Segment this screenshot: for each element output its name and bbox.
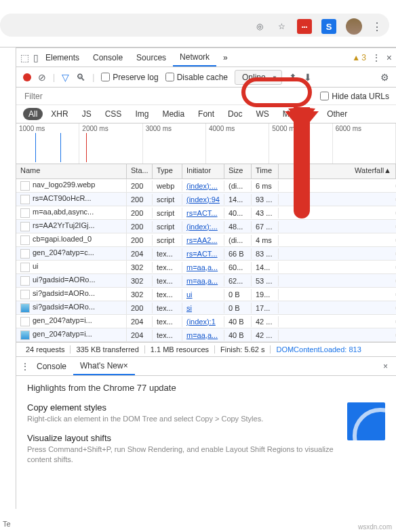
chip-media[interactable]: Media bbox=[157, 108, 190, 120]
col-type[interactable]: Type bbox=[153, 164, 182, 178]
drawer-tab-console[interactable]: Console bbox=[30, 357, 73, 375]
tab-elements[interactable]: Elements bbox=[39, 48, 86, 66]
file-icon bbox=[20, 235, 30, 245]
clear-icon[interactable]: ⊘ bbox=[38, 72, 46, 83]
file-icon bbox=[20, 330, 30, 340]
chip-img[interactable]: Img bbox=[130, 108, 154, 120]
table-row[interactable]: rs=ACT90oHcR...200script(index):9414...9… bbox=[16, 193, 396, 206]
whatsnew-title: Highlights from the Chrome 77 update bbox=[27, 383, 385, 393]
close-icon[interactable]: × bbox=[387, 52, 392, 63]
table-row[interactable]: rs=AA2YrTuj2IGj...200script(index):...48… bbox=[16, 220, 396, 233]
chip-all[interactable]: All bbox=[23, 108, 43, 120]
tab-more[interactable]: » bbox=[216, 48, 235, 66]
cell-initiator[interactable]: (index):... bbox=[182, 180, 224, 191]
search-icon[interactable]: 🔍︎ bbox=[76, 72, 85, 83]
throttling-select[interactable]: Online bbox=[235, 70, 282, 85]
drawer-close-icon[interactable]: × bbox=[379, 362, 392, 371]
file-icon bbox=[20, 222, 30, 231]
warnings-badge[interactable]: ▲ 3 bbox=[352, 53, 366, 62]
whatsnew-paragraph: Press Command+Shift+P, run Show Renderin… bbox=[27, 444, 334, 464]
tab-console[interactable]: Console bbox=[86, 48, 130, 66]
filter-input[interactable] bbox=[23, 90, 320, 102]
drawer-tab-whatsnew[interactable]: What's New × bbox=[73, 357, 135, 375]
table-row[interactable]: m=aa,abd,async...200scriptrs=ACT...40...… bbox=[16, 206, 396, 220]
cell-type: tex... bbox=[153, 262, 182, 273]
table-row[interactable]: gen_204?atyp=c...204tex...rs=ACT...66 B8… bbox=[16, 247, 396, 261]
chip-doc[interactable]: Doc bbox=[222, 108, 248, 120]
chip-js[interactable]: JS bbox=[77, 108, 97, 120]
chip-manifest[interactable]: Manifest bbox=[277, 108, 319, 120]
table-row[interactable]: cb=gapi.loaded_0200scriptrs=AA2...(di...… bbox=[16, 233, 396, 247]
table-row[interactable]: si?gadsid=AORo...200tex...si0 B17... bbox=[16, 301, 396, 315]
download-icon[interactable]: ⬇ bbox=[304, 72, 312, 83]
cell-initiator[interactable]: (index):... bbox=[182, 221, 224, 232]
cell-waterfall bbox=[279, 307, 396, 309]
device-icon[interactable]: ▯ bbox=[33, 52, 39, 63]
cell-initiator[interactable]: rs=ACT... bbox=[182, 208, 224, 218]
chip-font[interactable]: Font bbox=[193, 108, 220, 120]
col-waterfall[interactable]: Waterfall ▲ bbox=[279, 164, 396, 178]
cell-name: m=aa,abd,async... bbox=[16, 206, 127, 218]
chip-ws[interactable]: WS bbox=[250, 108, 274, 120]
tab-network[interactable]: Network bbox=[173, 48, 216, 66]
cell-name: si?gadsid=AORo... bbox=[16, 301, 127, 314]
network-table-body: nav_logo299.webp200webp(index):...(di...… bbox=[16, 179, 396, 342]
gear-icon[interactable]: ⚙ bbox=[380, 72, 389, 83]
file-icon bbox=[20, 181, 30, 191]
cell-name: rs=AA2YrTuj2IGj... bbox=[16, 220, 127, 232]
col-time[interactable]: Time bbox=[252, 164, 279, 178]
cell-initiator[interactable]: m=aa,a... bbox=[182, 276, 224, 286]
cell-initiator[interactable]: rs=ACT... bbox=[182, 248, 224, 259]
extension-lastpass-icon[interactable]: ••• bbox=[297, 19, 312, 34]
table-row[interactable]: ui?gadsid=AORo...302tex...m=aa,a...62...… bbox=[16, 274, 396, 288]
table-row[interactable]: si?gadsid=AORo...302tex...ui0 B19... bbox=[16, 288, 396, 301]
target-icon[interactable]: ◎ bbox=[254, 20, 266, 33]
table-row[interactable]: gen_204?atyp=i...204tex...(index):140 B4… bbox=[16, 315, 396, 328]
table-row[interactable]: nav_logo299.webp200webp(index):...(di...… bbox=[16, 179, 396, 193]
cell-initiator[interactable]: ui bbox=[182, 289, 224, 300]
cell-time: 17... bbox=[252, 303, 279, 314]
upload-icon[interactable]: ⬆ bbox=[289, 72, 297, 83]
cell-initiator[interactable]: rs=AA2... bbox=[182, 235, 224, 246]
cell-initiator[interactable]: si bbox=[182, 303, 224, 314]
col-name[interactable]: Name bbox=[16, 164, 127, 178]
hide-data-urls-checkbox[interactable]: Hide data URLs bbox=[320, 92, 389, 101]
cell-type: tex... bbox=[153, 316, 182, 327]
tab-sources[interactable]: Sources bbox=[130, 48, 173, 66]
cell-initiator[interactable]: (index):1 bbox=[182, 316, 224, 327]
preserve-log-checkbox[interactable]: Preserve log bbox=[101, 73, 158, 82]
chip-xhr[interactable]: XHR bbox=[45, 108, 73, 120]
inspect-icon[interactable]: ⬚ bbox=[20, 52, 29, 63]
col-size[interactable]: Size bbox=[224, 164, 252, 178]
cell-time: 53 ... bbox=[252, 276, 279, 286]
chip-other[interactable]: Other bbox=[321, 108, 353, 120]
record-button[interactable] bbox=[23, 73, 31, 81]
cell-waterfall bbox=[279, 225, 396, 228]
filter-icon[interactable]: ▽ bbox=[62, 72, 69, 83]
star-icon[interactable]: ☆ bbox=[275, 20, 288, 33]
col-status[interactable]: Sta... bbox=[127, 164, 153, 178]
filter-row: Hide data URLs bbox=[16, 88, 396, 105]
table-row[interactable]: ui302tex...m=aa,a...60...14... bbox=[16, 261, 396, 274]
cell-time: 19... bbox=[252, 289, 279, 300]
table-row[interactable]: gen_204?atyp=i...204tex...m=aa,a...40 B4… bbox=[16, 328, 396, 342]
cell-initiator[interactable]: m=aa,a... bbox=[182, 330, 224, 341]
col-initiator[interactable]: Initiator bbox=[182, 164, 224, 178]
chip-css[interactable]: CSS bbox=[100, 108, 127, 120]
menu-icon[interactable]: ⋮ bbox=[372, 20, 382, 33]
drawer-menu-icon[interactable]: ⋮ bbox=[20, 361, 30, 372]
disable-cache-checkbox[interactable]: Disable cache bbox=[165, 73, 228, 82]
cell-name: ui?gadsid=AORo... bbox=[16, 274, 127, 286]
cell-initiator[interactable]: (index):94 bbox=[182, 194, 224, 205]
cell-size: 66 B bbox=[224, 248, 252, 259]
avatar[interactable] bbox=[346, 18, 362, 35]
extension-skype-icon[interactable]: S bbox=[321, 19, 336, 34]
cell-name: gen_204?atyp=i... bbox=[16, 315, 127, 327]
cell-time: 93 ... bbox=[252, 194, 279, 205]
kebab-icon[interactable]: ⋮ bbox=[372, 52, 381, 63]
cell-time: 6 ms bbox=[252, 180, 279, 191]
type-filter-chips: AllXHRJSCSSImgMediaFontDocWSManifestOthe… bbox=[16, 105, 396, 124]
cell-initiator[interactable]: m=aa,a... bbox=[182, 262, 224, 273]
cell-type: script bbox=[153, 235, 182, 246]
timeline-overview[interactable]: 1000 ms2000 ms3000 ms4000 ms5000 ms6000 … bbox=[16, 124, 396, 164]
